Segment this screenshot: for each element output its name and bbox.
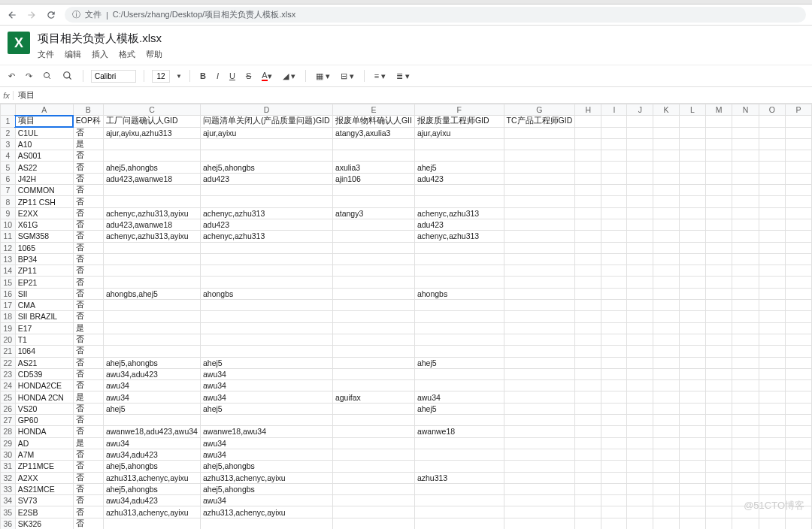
cell[interactable]: 否 [73, 403, 103, 414]
spreadsheet[interactable]: ABCDEFGHIJKLMNOP1项目EOP科工厂问题确认人GID问题清单关闭人… [0, 104, 812, 529]
cell[interactable] [414, 265, 504, 277]
cell[interactable] [575, 495, 601, 506]
cell[interactable]: T1 [15, 334, 73, 345]
cell[interactable]: awu34,adu423 [103, 368, 200, 379]
cell[interactable]: 否 [73, 185, 103, 196]
cell[interactable] [103, 322, 200, 334]
cell[interactable]: ajur,ayixu [414, 127, 504, 138]
cell[interactable]: CMA [15, 300, 73, 311]
cell[interactable] [653, 311, 680, 322]
cell[interactable] [732, 311, 759, 322]
cell[interactable] [627, 357, 653, 368]
cell[interactable]: 否 [73, 231, 103, 242]
row-header[interactable]: 6 [1, 173, 16, 184]
reload-button[interactable] [45, 9, 57, 21]
cell[interactable] [627, 403, 653, 414]
cell[interactable] [759, 207, 785, 219]
cell[interactable]: ahej5 [414, 162, 504, 173]
cell[interactable] [504, 461, 575, 472]
row-header[interactable]: 34 [1, 495, 16, 506]
cell[interactable] [627, 311, 653, 322]
cell[interactable] [504, 437, 575, 449]
col-header-A[interactable]: A [15, 104, 73, 116]
cell[interactable] [414, 506, 504, 518]
cell[interactable] [414, 185, 504, 196]
cell[interactable] [785, 472, 811, 483]
cell[interactable] [414, 300, 504, 311]
cell[interactable] [414, 346, 504, 357]
cell[interactable]: awu34 [200, 368, 332, 379]
cell[interactable]: 否 [73, 346, 103, 357]
cell[interactable]: achenyc,azhu313,ayixu [103, 231, 200, 242]
cell[interactable]: J42H [15, 173, 73, 184]
cell[interactable] [332, 449, 414, 460]
cell[interactable] [680, 472, 706, 483]
cell[interactable]: EP21 [15, 277, 73, 288]
cell[interactable]: ahej5 [414, 403, 504, 414]
cell[interactable] [732, 518, 759, 529]
cell[interactable]: 问题清单关闭人(产品质量问题)GID [200, 116, 332, 127]
cell[interactable] [627, 368, 653, 379]
cell[interactable] [332, 265, 414, 277]
cell[interactable] [759, 185, 785, 196]
col-header-G[interactable]: G [504, 104, 575, 116]
row-header[interactable]: 3 [1, 138, 16, 150]
cell[interactable] [759, 277, 785, 288]
cell[interactable]: ajur,ayixu,azhu313 [103, 127, 200, 138]
cell[interactable] [332, 483, 414, 494]
cell[interactable]: adu423 [414, 219, 504, 230]
cell[interactable] [575, 196, 601, 207]
row-header[interactable]: 19 [1, 322, 16, 334]
cell[interactable]: azhu313,achenyc,ayixu [200, 506, 332, 518]
cell[interactable] [680, 207, 706, 219]
align-button[interactable]: ≡ ▾ [372, 70, 388, 83]
cell[interactable] [504, 265, 575, 277]
cell[interactable] [732, 346, 759, 357]
cell[interactable]: 否 [73, 288, 103, 299]
cell[interactable] [504, 242, 575, 253]
cell[interactable] [705, 506, 732, 518]
cell[interactable] [705, 449, 732, 460]
fill-color-button[interactable]: ◢ ▾ [280, 70, 298, 83]
cell[interactable]: awu34 [103, 391, 200, 403]
cell[interactable]: 是 [73, 437, 103, 449]
row-header[interactable]: 9 [1, 207, 16, 219]
cell[interactable] [504, 173, 575, 184]
cell[interactable] [785, 173, 811, 184]
formula-value[interactable]: 项目 [14, 89, 35, 101]
cell[interactable]: AS001 [15, 150, 73, 162]
cell[interactable] [103, 311, 200, 322]
cell[interactable] [705, 277, 732, 288]
cell[interactable] [732, 127, 759, 138]
cell[interactable] [785, 415, 811, 426]
row-header[interactable]: 1 [1, 116, 16, 127]
cell[interactable]: awanwe18,adu423,awu34 [103, 426, 200, 437]
cell[interactable] [627, 322, 653, 334]
cell[interactable] [601, 346, 627, 357]
cell[interactable]: ZP11MCE [15, 461, 73, 472]
row-header[interactable]: 29 [1, 437, 16, 449]
cell[interactable]: AD [15, 437, 73, 449]
cell[interactable] [627, 185, 653, 196]
cell[interactable] [627, 127, 653, 138]
cell[interactable] [759, 346, 785, 357]
cell[interactable] [705, 461, 732, 472]
cell[interactable]: 否 [73, 506, 103, 518]
cell[interactable]: azhu313,achenyc,ayixu [103, 506, 200, 518]
cell[interactable]: AS22 [15, 162, 73, 173]
cell[interactable] [414, 495, 504, 506]
cell[interactable] [332, 368, 414, 379]
cell[interactable] [200, 322, 332, 334]
cell[interactable] [653, 357, 680, 368]
cell[interactable] [414, 380, 504, 391]
cell[interactable]: 1065 [15, 242, 73, 253]
cell[interactable] [601, 116, 627, 127]
cell[interactable] [785, 300, 811, 311]
cell[interactable] [103, 265, 200, 277]
cell[interactable] [785, 265, 811, 277]
cell[interactable] [627, 253, 653, 264]
cell[interactable]: ahej5,ahongbs [200, 461, 332, 472]
menu-help[interactable]: 帮助 [146, 49, 162, 60]
cell[interactable]: HONDA2CE [15, 380, 73, 391]
cell[interactable] [732, 277, 759, 288]
